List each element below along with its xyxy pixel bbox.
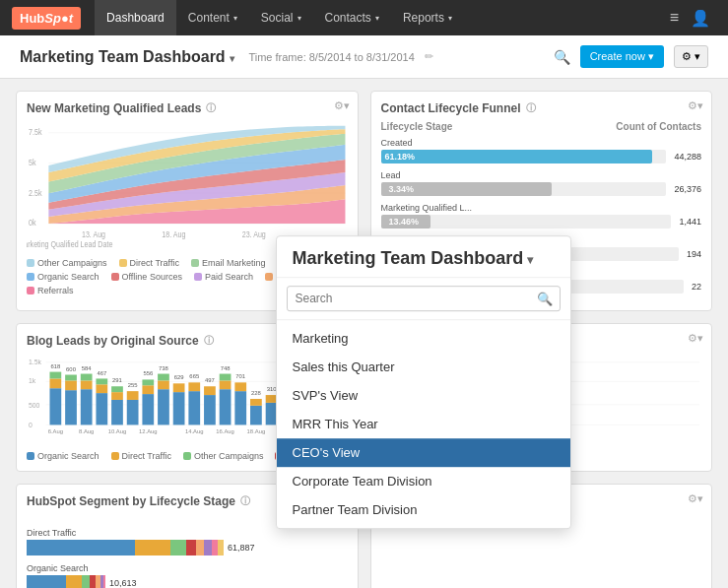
search-icon[interactable]: 🔍 xyxy=(554,49,570,65)
svg-rect-27 xyxy=(65,375,77,381)
edit-icon[interactable]: ✏ xyxy=(425,50,433,63)
nav-dashboard[interactable]: Dashboard xyxy=(95,0,176,35)
svg-rect-74 xyxy=(250,399,262,406)
dropdown-item-mrr[interactable]: MRR This Year xyxy=(277,410,570,438)
svg-rect-52 xyxy=(158,380,169,389)
svg-text:665: 665 xyxy=(189,373,200,379)
contact-settings-icon[interactable]: ⚙▾ xyxy=(688,492,703,505)
dropdown-search-icon: 🔍 xyxy=(537,291,553,305)
svg-rect-58 xyxy=(188,391,200,425)
svg-rect-44 xyxy=(127,391,139,400)
svg-text:0k: 0k xyxy=(29,219,36,229)
segment-info-icon[interactable]: ⓘ xyxy=(240,494,250,508)
dropdown-title: Marketing Team Dashboard▾ xyxy=(277,236,570,278)
svg-rect-43 xyxy=(127,400,139,425)
dropdown-caret[interactable]: ▾ xyxy=(527,253,533,267)
svg-rect-66 xyxy=(220,380,232,389)
funnel-info-icon[interactable]: ⓘ xyxy=(526,101,536,115)
create-now-button[interactable]: Create now ▾ xyxy=(580,45,664,68)
svg-rect-38 xyxy=(111,400,123,425)
menu-icon[interactable]: ≡ xyxy=(664,9,685,27)
svg-rect-73 xyxy=(250,406,262,425)
svg-text:584: 584 xyxy=(82,365,93,371)
svg-rect-31 xyxy=(81,374,93,381)
nav-reports[interactable]: Reports ▾ xyxy=(391,0,464,35)
svg-rect-34 xyxy=(96,393,107,425)
widget-leads-title: New Marketing Qualified Leads ⓘ xyxy=(27,101,348,115)
svg-rect-30 xyxy=(81,380,93,389)
leads-settings-icon[interactable]: ⚙▾ xyxy=(334,99,350,112)
svg-rect-63 xyxy=(204,386,216,395)
svg-rect-59 xyxy=(188,382,200,391)
nav-contacts[interactable]: Contacts ▾ xyxy=(313,0,391,35)
leads-chart: 7.5k 5k 2.5k 0k xyxy=(27,121,348,249)
settings-button[interactable]: ⚙ ▾ xyxy=(674,45,708,68)
svg-text:13. Aug: 13. Aug xyxy=(82,230,105,240)
svg-text:10.Aug: 10.Aug xyxy=(108,428,127,434)
svg-rect-51 xyxy=(158,389,169,425)
title-caret[interactable]: ▾ xyxy=(228,53,235,64)
page-title[interactable]: Marketing Team Dashboard ▾ xyxy=(20,48,234,66)
svg-rect-40 xyxy=(111,386,123,392)
svg-text:701: 701 xyxy=(235,373,245,379)
user-icon[interactable]: 👤 xyxy=(685,9,716,28)
svg-text:18.Aug: 18.Aug xyxy=(247,428,266,434)
svg-rect-36 xyxy=(96,378,107,384)
dropdown-item-marketing[interactable]: Marketing xyxy=(277,324,570,353)
svg-text:556: 556 xyxy=(143,370,153,376)
svg-text:228: 228 xyxy=(251,390,261,396)
leads-info-icon[interactable]: ⓘ xyxy=(206,101,216,115)
svg-rect-70 xyxy=(234,391,246,425)
dropdown-item-partner[interactable]: Partner Team Division xyxy=(277,495,570,524)
dropdown-list: Marketing Sales this Quarter SVP's View … xyxy=(277,320,570,528)
subheader: Marketing Team Dashboard ▾ Time frame: 8… xyxy=(0,35,728,79)
svg-rect-67 xyxy=(220,374,232,381)
dropdown-item-svp[interactable]: SVP's View xyxy=(277,381,570,410)
svg-text:1.5k: 1.5k xyxy=(29,359,42,365)
funnel-settings-icon[interactable]: ⚙▾ xyxy=(688,99,703,112)
dropdown-item-corporate[interactable]: Corporate Team Division xyxy=(277,467,570,495)
svg-text:497: 497 xyxy=(205,377,215,383)
svg-text:18. Aug: 18. Aug xyxy=(162,230,185,240)
funnel-header: Lifecycle Stage Count of Contacts xyxy=(381,121,702,132)
svg-text:14.Aug: 14.Aug xyxy=(185,428,204,434)
svg-text:Became a Marketing Qualified L: Became a Marketing Qualified Lead Date xyxy=(27,239,112,249)
svg-rect-56 xyxy=(173,383,185,392)
dashboard-search-input[interactable] xyxy=(287,286,561,311)
svg-text:748: 748 xyxy=(221,365,231,371)
nav-content[interactable]: Content ▾ xyxy=(176,0,249,35)
svg-rect-62 xyxy=(204,395,216,425)
nav-social[interactable]: Social ▾ xyxy=(249,0,313,35)
svg-text:291: 291 xyxy=(112,377,122,383)
svg-text:8.Aug: 8.Aug xyxy=(79,428,94,434)
svg-rect-48 xyxy=(142,379,154,385)
blog-settings-icon[interactable]: ⚙▾ xyxy=(688,332,703,345)
svg-rect-47 xyxy=(142,385,154,394)
svg-rect-35 xyxy=(96,384,107,393)
svg-text:467: 467 xyxy=(97,370,106,376)
svg-text:0: 0 xyxy=(29,422,33,428)
svg-text:629: 629 xyxy=(174,374,184,380)
svg-rect-71 xyxy=(234,382,246,391)
dashboard-selector-dropdown: Marketing Team Dashboard▾ 🔍 Marketing Sa… xyxy=(276,235,571,529)
svg-rect-25 xyxy=(65,390,77,425)
dropdown-item-ceo[interactable]: CEO's View xyxy=(277,438,570,467)
dropdown-item-sales[interactable]: Sales this Quarter xyxy=(277,353,570,381)
blog-info-icon[interactable]: ⓘ xyxy=(204,334,214,348)
svg-text:600: 600 xyxy=(66,366,77,372)
svg-rect-26 xyxy=(65,380,77,390)
svg-rect-39 xyxy=(111,392,123,400)
funnel-row-mql: Marketing Qualified L... 13.46% 1,441 xyxy=(381,203,702,229)
svg-text:23. Aug: 23. Aug xyxy=(242,230,266,240)
svg-text:500: 500 xyxy=(29,402,40,409)
funnel-row-created: Created 61.18% 44,288 xyxy=(381,138,702,163)
svg-rect-29 xyxy=(81,389,93,425)
svg-text:5k: 5k xyxy=(29,158,36,167)
svg-rect-20 xyxy=(49,388,61,425)
dropdown-search-area: 🔍 xyxy=(277,278,570,320)
svg-rect-22 xyxy=(49,372,61,379)
top-nav: HubSp●t Dashboard Content ▾ Social ▾ Con… xyxy=(0,0,728,35)
svg-rect-55 xyxy=(173,392,185,425)
svg-rect-21 xyxy=(49,378,61,388)
hbar-organic-search: Organic Search 10,613 xyxy=(27,563,348,588)
